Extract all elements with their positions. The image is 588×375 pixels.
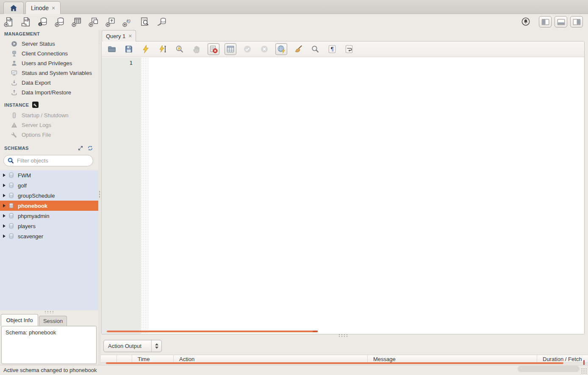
management-header: MANAGEMENT: [0, 31, 98, 36]
expander-triangle-icon[interactable]: [3, 184, 6, 187]
toggle-autocommit-button[interactable]: [275, 43, 287, 55]
expander-triangle-icon[interactable]: [3, 224, 6, 228]
create-table-button[interactable]: [71, 17, 82, 28]
search-table-data-button[interactable]: [139, 17, 150, 28]
output-column-header[interactable]: Message: [368, 355, 537, 363]
code-folding-margin: [141, 58, 149, 334]
sidebar: MANAGEMENT Server Status Client Connecti…: [0, 30, 98, 365]
create-schema-button[interactable]: [54, 17, 65, 28]
expander-triangle-icon[interactable]: [3, 214, 6, 218]
sidebar-item-client-connections[interactable]: Client Connections: [0, 49, 98, 58]
toggle-stop-on-error-button[interactable]: [208, 43, 219, 55]
tab-object-info[interactable]: Object Info: [1, 314, 38, 326]
expander-triangle-icon[interactable]: [3, 234, 6, 238]
execute-script-button[interactable]: [140, 43, 152, 55]
toggle-left-sidebar-button[interactable]: [539, 16, 552, 28]
create-function-button[interactable]: [122, 17, 133, 28]
toggle-bottom-panel-button[interactable]: [555, 16, 567, 28]
schema-item-players[interactable]: players: [0, 221, 98, 231]
expander-triangle-icon[interactable]: [3, 204, 6, 207]
sidebar-item-options-file[interactable]: Options File: [0, 130, 98, 140]
schema-database-icon: [8, 192, 14, 199]
sidebar-item-status-variables[interactable]: Status and System Variables: [0, 68, 98, 78]
expand-schemas-icon[interactable]: [78, 145, 83, 151]
output-view-selector[interactable]: Action Output: [103, 340, 162, 352]
sidebar-item-server-status[interactable]: Server Status: [0, 39, 98, 49]
data-import-icon: [11, 89, 18, 96]
find-button[interactable]: [309, 43, 321, 55]
execute-current-statement-button[interactable]: [157, 43, 169, 55]
output-splitter-grip[interactable]: [338, 334, 347, 338]
output-column-header[interactable]: Action: [174, 355, 368, 363]
create-view-button[interactable]: [88, 17, 99, 28]
rollback-button[interactable]: [258, 43, 270, 55]
sidebar-item-users-and-privileges[interactable]: Users and Privileges: [0, 58, 98, 68]
new-query-tab-button[interactable]: [3, 17, 14, 28]
output-column-header[interactable]: Duration / Fetch: [537, 355, 588, 363]
output-scrollbar-end-mark: [583, 360, 585, 365]
stop-execution-button[interactable]: [191, 43, 202, 55]
instance-section: INSTANCE Startup / Shutdown Server Logs …: [0, 102, 98, 140]
output-horizontal-scrollbar[interactable]: [106, 362, 563, 364]
limit-rows-button[interactable]: [225, 43, 236, 55]
schema-item-golf[interactable]: golf: [0, 180, 98, 190]
management-items: Server Status Client Connections Users a…: [0, 39, 98, 97]
close-icon[interactable]: ×: [52, 5, 55, 11]
output-scrollbar-thumb[interactable]: [518, 366, 580, 372]
server-status-icon: [11, 40, 18, 47]
schema-item-scavenger[interactable]: scavenger: [0, 231, 98, 241]
notifications-button[interactable]: [521, 17, 532, 28]
beautify-broom-icon: [294, 44, 303, 54]
schema-item-fwm[interactable]: FWM: [0, 170, 98, 180]
toggle-wrap-button[interactable]: [343, 43, 355, 55]
instance-header: INSTANCE: [4, 102, 29, 108]
explain-icon: [175, 44, 184, 54]
query-tab-close-icon[interactable]: ×: [128, 33, 132, 39]
refresh-schemas-icon[interactable]: [87, 145, 93, 151]
schema-item-groupschedule[interactable]: groupSchedule: [0, 190, 98, 201]
schemas-header: SCHEMAS: [4, 146, 29, 151]
sidebar-splitter-grip[interactable]: [44, 311, 54, 313]
output-view-label: Action Output: [104, 343, 151, 349]
sidebar-item-server-logs[interactable]: Server Logs: [0, 120, 98, 130]
output-column-header[interactable]: [117, 355, 132, 363]
create-procedure-icon: [105, 17, 116, 27]
info-tab-strip: Object Info Session: [0, 314, 98, 326]
beautify-script-button[interactable]: [292, 43, 304, 55]
autocommit-icon: [277, 44, 286, 54]
reconnect-dbms-button[interactable]: [156, 17, 167, 28]
home-tab[interactable]: [3, 2, 24, 14]
toggle-right-sidebar-button[interactable]: [570, 16, 583, 28]
inspect-database-button[interactable]: [37, 17, 48, 28]
save-script-button[interactable]: [123, 43, 135, 55]
output-column-header[interactable]: Time: [132, 355, 174, 363]
toggle-invisibles-button[interactable]: [326, 43, 338, 55]
schema-database-icon: [8, 223, 14, 229]
schema-item-phonebook[interactable]: phonebook: [0, 201, 98, 211]
output-column-header[interactable]: [101, 355, 117, 363]
schema-filter-input[interactable]: [17, 157, 92, 164]
create-view-icon: [89, 17, 99, 27]
editor-horizontal-scrollbar[interactable]: [107, 331, 318, 332]
window-resize-grip[interactable]: [581, 368, 587, 374]
expander-triangle-icon[interactable]: [3, 174, 6, 177]
editor-text-area[interactable]: 1: [102, 58, 584, 334]
expander-triangle-icon[interactable]: [3, 194, 6, 197]
query-tab[interactable]: Query 1 ×: [102, 30, 136, 41]
sidebar-item-data-import[interactable]: Data Import/Restore: [0, 88, 98, 97]
open-sql-script-button[interactable]: [20, 17, 31, 28]
sidebar-item-data-export[interactable]: Data Export: [0, 78, 98, 88]
create-procedure-button[interactable]: [105, 17, 116, 28]
schema-database-icon: [8, 202, 14, 209]
commit-check-icon: [243, 44, 252, 54]
main-toolbar-left: [3, 17, 167, 28]
tab-session[interactable]: Session: [39, 316, 67, 326]
commit-button[interactable]: [241, 43, 253, 55]
stop-on-error-icon: [209, 44, 218, 54]
schema-item-phpmyadmin[interactable]: phpmyadmin: [0, 211, 98, 221]
filter-search-icon: [7, 157, 14, 164]
explain-statement-button[interactable]: [174, 43, 186, 55]
open-script-button[interactable]: [106, 43, 118, 55]
connection-tab-linode[interactable]: Linode ×: [25, 1, 61, 14]
sidebar-item-startup-shutdown[interactable]: Startup / Shutdown: [0, 110, 98, 120]
